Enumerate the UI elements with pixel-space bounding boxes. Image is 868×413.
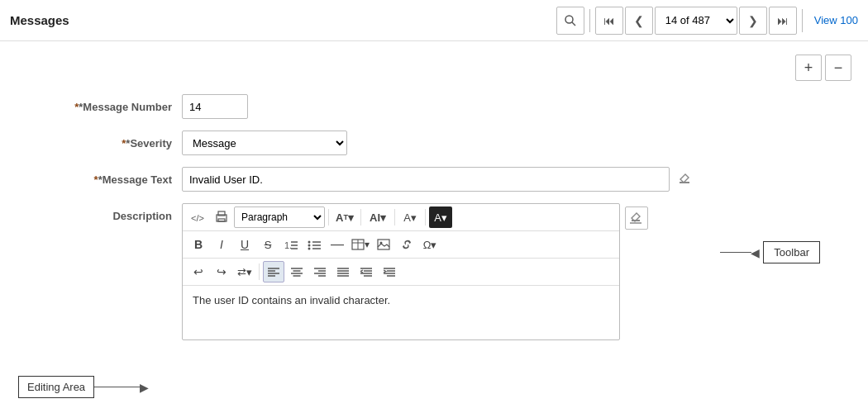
table-btn[interactable]: ▾	[350, 234, 371, 255]
severity-label: **Severity	[17, 137, 182, 150]
image-btn[interactable]	[373, 234, 394, 255]
last-icon: ⏭	[777, 14, 789, 27]
highlight-btn[interactable]: A▾	[429, 206, 452, 228]
header-controls: ⏮ ❮ 14 of 487 ❯ ⏭ View 100	[556, 7, 858, 35]
severity-select[interactable]: Message Warning Error Information	[182, 131, 347, 155]
paragraph-select[interactable]: Paragraph Heading 1 Heading 2	[234, 206, 325, 228]
ordered-list-btn[interactable]: 1.	[280, 234, 302, 255]
tb-sep4	[425, 209, 426, 225]
hr-btn[interactable]: —	[327, 234, 348, 255]
toolbar-callout-box: Toolbar	[763, 241, 820, 263]
font-size2-btn[interactable]: AI▾	[365, 206, 391, 228]
message-text-input[interactable]	[182, 167, 670, 192]
description-edit-icon	[630, 211, 643, 225]
indent-decrease-btn[interactable]	[355, 261, 377, 282]
svg-point-14	[308, 248, 311, 250]
undo-btn[interactable]: ↩	[188, 261, 209, 282]
svg-point-0	[565, 16, 573, 23]
source-btn[interactable]: </>	[188, 206, 209, 228]
unordered-list-icon	[308, 239, 321, 250]
editing-area-arrow: ▶	[94, 381, 149, 394]
editing-area-arrowhead: ▶	[140, 381, 149, 394]
page-title: Messages	[10, 13, 556, 27]
image-icon	[377, 239, 390, 250]
toolbar-row2: B I U S 1.	[183, 231, 619, 259]
align-left-icon	[268, 267, 279, 277]
align-center-icon	[291, 267, 303, 277]
align-right-icon	[314, 267, 326, 277]
description-edit-icon-btn[interactable]	[625, 206, 648, 230]
underline-btn[interactable]: U	[234, 234, 255, 255]
indent-increase-icon	[384, 267, 395, 277]
separator	[589, 9, 590, 32]
svg-rect-21	[378, 240, 389, 249]
first-record-button[interactable]: ⏮	[595, 7, 623, 35]
svg-marker-3	[680, 174, 689, 183]
editor-content-area[interactable]: The user ID contains an invalid characte…	[183, 286, 619, 339]
tb-sep2	[360, 209, 361, 225]
tb-sep1	[328, 209, 329, 225]
align-right-btn[interactable]	[309, 261, 331, 282]
add-button[interactable]: +	[795, 55, 822, 81]
first-icon: ⏮	[603, 14, 615, 27]
toolbar-callout-arrow-head: ◀	[751, 246, 760, 259]
align-left-btn[interactable]	[263, 261, 284, 282]
last-record-button[interactable]: ⏭	[769, 7, 797, 35]
editor-side-icons	[625, 203, 648, 230]
svg-line-1	[572, 22, 575, 26]
description-label: Description	[17, 203, 182, 222]
search-icon	[564, 14, 577, 27]
record-selector[interactable]: 14 of 487	[655, 7, 737, 35]
editor-text: The user ID contains an invalid characte…	[193, 294, 390, 306]
toolbar-row1: </> Paragraph Heading 1	[183, 204, 619, 231]
ordered-list-icon: 1.	[284, 239, 298, 250]
svg-rect-7	[218, 219, 225, 221]
indent-decrease-icon	[360, 267, 372, 277]
bold-btn[interactable]: B	[188, 234, 209, 255]
find-replace-btn[interactable]: ⇄▾	[234, 261, 255, 282]
link-icon	[400, 239, 413, 250]
message-text-icon-btn[interactable]	[675, 169, 696, 190]
next-record-button[interactable]: ❯	[739, 7, 767, 35]
justify-btn[interactable]	[332, 261, 354, 282]
prev-record-button[interactable]: ❮	[625, 7, 653, 35]
tb-sep5	[259, 263, 260, 280]
severity-row: **Severity Message Warning Error Informa…	[17, 131, 851, 155]
message-text-row: **Message Text	[17, 167, 851, 192]
link-btn[interactable]	[396, 234, 417, 255]
prev-icon: ❮	[634, 14, 644, 27]
svg-text:</>: </>	[191, 213, 204, 223]
editing-area-callout: Editing Area ▶	[18, 376, 149, 398]
toolbar-callout-line	[720, 252, 751, 253]
italic-btn[interactable]: I	[211, 234, 232, 255]
print-btn[interactable]	[211, 206, 232, 228]
unordered-list-btn[interactable]	[303, 234, 325, 255]
message-number-input[interactable]	[182, 94, 248, 119]
font-size-btn[interactable]: AT▾	[332, 206, 357, 228]
table-icon	[351, 239, 365, 250]
special-chars-btn[interactable]: Ω▾	[419, 234, 441, 255]
svg-text:1.: 1.	[284, 240, 292, 250]
tb-sep3	[394, 209, 395, 225]
align-center-btn[interactable]	[286, 261, 308, 282]
editing-area-box: Editing Area	[18, 376, 94, 398]
strikethrough-btn[interactable]: S	[257, 234, 279, 255]
message-text-input-row	[182, 167, 696, 192]
edit-icon	[678, 172, 693, 187]
view-100-link[interactable]: View 100	[814, 14, 858, 26]
font-color-btn[interactable]: A▾	[398, 206, 422, 228]
svg-point-13	[308, 244, 311, 247]
message-text-label: **Message Text	[17, 173, 182, 186]
search-button[interactable]	[556, 7, 584, 35]
redo-btn[interactable]: ↪	[211, 261, 232, 282]
print-icon	[215, 211, 228, 224]
action-buttons-row: + −	[17, 55, 851, 81]
toolbar-callout: ◀ Toolbar	[720, 241, 820, 263]
editing-area-line	[94, 387, 140, 387]
toolbar-row3: ↩ ↪ ⇄▾	[183, 259, 619, 286]
remove-button[interactable]: −	[825, 55, 851, 81]
next-icon: ❯	[748, 14, 758, 27]
message-number-label: **Message Number	[17, 101, 182, 113]
description-row: Description </>	[17, 203, 851, 340]
indent-increase-btn[interactable]	[379, 261, 400, 282]
